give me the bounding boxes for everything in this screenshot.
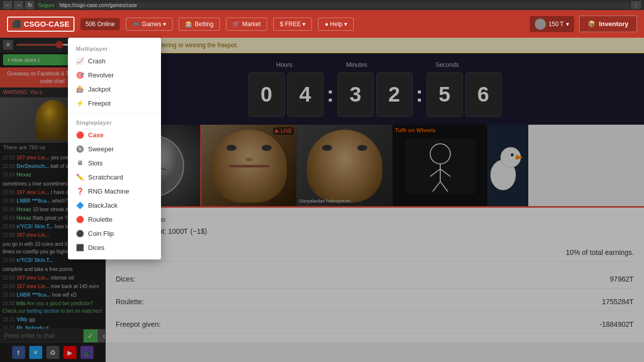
case-icon: 🔴 bbox=[76, 131, 84, 139]
sweeper-icon: 🔘 bbox=[76, 145, 84, 153]
slots-icon: 🖥 bbox=[76, 159, 84, 167]
menu-sweeper[interactable]: 🔘 Sweeper bbox=[68, 142, 161, 156]
dices-menu-icon: ⬛ bbox=[76, 243, 84, 251]
secure-indicator: Seguro bbox=[38, 3, 54, 8]
scratchcard-label: Scratchcard bbox=[88, 173, 123, 181]
logo-text: CSGO-CASE bbox=[24, 20, 69, 28]
url-bar[interactable] bbox=[56, 2, 629, 9]
menu-scratchcard[interactable]: ✏️ Scratchcard bbox=[68, 170, 161, 184]
help-btn[interactable]: ● Help ▾ bbox=[318, 18, 354, 31]
inventory-icon: 📦 bbox=[588, 20, 596, 28]
online-badge: 506 Online bbox=[80, 18, 120, 30]
slots-label: Slots bbox=[88, 159, 103, 167]
coinflip-label: Coin Flip bbox=[88, 230, 114, 237]
blackjack-label: BlackJack bbox=[88, 202, 118, 209]
menu-rng[interactable]: ❓ RNG Machine bbox=[68, 184, 161, 198]
rng-label: RNG Machine bbox=[88, 188, 129, 195]
freepot-label: Freepot bbox=[88, 100, 111, 107]
inventory-label: Inventory bbox=[599, 20, 628, 28]
menu-coinflip[interactable]: ⚫ Coin Flip bbox=[68, 226, 161, 240]
menu-revolver[interactable]: 🎯 Revolver bbox=[68, 68, 161, 82]
refresh-btn[interactable]: ↻ bbox=[25, 1, 34, 9]
roulette-menu-icon: 🔴 bbox=[76, 215, 84, 223]
market-btn[interactable]: 🛒 Market bbox=[226, 18, 267, 31]
menu-crash[interactable]: 📈 Crash bbox=[68, 54, 161, 68]
coinflip-icon: ⚫ bbox=[76, 229, 84, 237]
betting-btn[interactable]: 🎰 🎰 Betting Betting bbox=[179, 18, 220, 31]
inventory-btn[interactable]: 📦 Inventory bbox=[579, 16, 637, 32]
menu-blackjack[interactable]: 🔷 BlackJack bbox=[68, 198, 161, 212]
crash-label: Crash bbox=[88, 57, 106, 65]
revolver-label: Revolver bbox=[88, 71, 114, 79]
sweeper-label: Sweeper bbox=[88, 145, 114, 153]
user-avatar bbox=[535, 19, 546, 30]
free-icon: $ bbox=[280, 21, 283, 28]
scratchcard-icon: ✏️ bbox=[76, 173, 84, 181]
menu-slots[interactable]: 🖥 Slots bbox=[68, 156, 161, 170]
dices-menu-label: Dices bbox=[88, 244, 105, 251]
jackpot-icon: 🎰 bbox=[76, 85, 84, 93]
games-menu-btn[interactable]: 🎮 🎮 Games ▾ Games ▾ bbox=[126, 18, 173, 31]
singleplayer-section-title: Singleplayer bbox=[68, 117, 161, 128]
forward-btn[interactable]: → bbox=[14, 1, 23, 9]
market-icon: 🛒 bbox=[232, 21, 240, 28]
extensions-btn[interactable]: ⋮ bbox=[631, 1, 641, 9]
case-label: Case bbox=[88, 131, 104, 139]
menu-jackpot[interactable]: 🎰 Jackpot bbox=[68, 82, 161, 96]
dropdown-divider bbox=[68, 113, 161, 114]
games-icon: 🎮 bbox=[132, 21, 140, 28]
blackjack-icon: 🔷 bbox=[76, 201, 84, 209]
menu-dices[interactable]: ⬛ Dices bbox=[68, 240, 161, 254]
crash-icon: 📈 bbox=[76, 57, 84, 65]
multiplayer-section-title: Multiplayer bbox=[68, 43, 161, 54]
browser-chrome: ← → ↻ Seguro ⋮ bbox=[0, 0, 644, 10]
menu-freepot[interactable]: ⚡ Freepot bbox=[68, 96, 161, 110]
free-btn[interactable]: $ FREE ▾ bbox=[273, 18, 312, 31]
rng-icon: ❓ bbox=[76, 187, 84, 195]
roulette-menu-label: Roulette bbox=[88, 216, 112, 223]
menu-case[interactable]: 🔴 Case bbox=[68, 128, 161, 142]
jackpot-label: Jackpot bbox=[88, 85, 111, 93]
dropdown-menu: Multiplayer 📈 Crash 🎯 Revolver 🎰 Jackpot… bbox=[68, 38, 161, 259]
back-btn[interactable]: ← bbox=[3, 1, 12, 9]
menu-roulette[interactable]: 🔴 Roulette bbox=[68, 212, 161, 226]
user-coins[interactable]: 150 Ƭ ▾ bbox=[530, 16, 574, 32]
user-coins-amount: 150 Ƭ bbox=[548, 21, 564, 28]
freepot-icon: ⚡ bbox=[76, 99, 84, 107]
revolver-icon: 🎯 bbox=[76, 71, 84, 79]
logo[interactable]: ⬛ CSGO-CASE bbox=[7, 17, 74, 32]
betting-icon: 🎰 bbox=[185, 21, 193, 28]
